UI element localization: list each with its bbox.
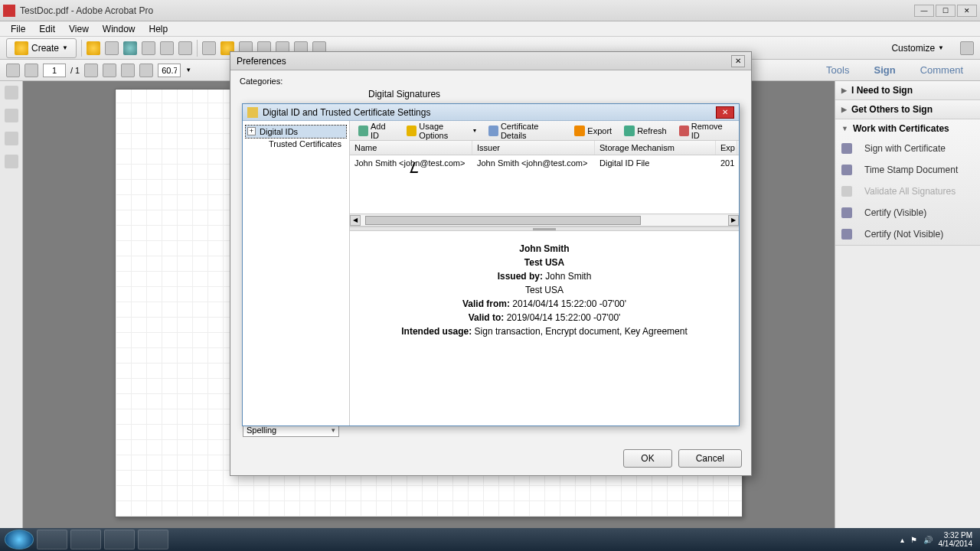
menubar: File Edit View Window Help — [0, 21, 980, 37]
zoom-out-icon[interactable] — [121, 64, 135, 77]
chevron-down-icon[interactable]: ▼ — [185, 67, 191, 73]
select-icon[interactable] — [84, 64, 98, 77]
tree-digital-ids[interactable]: +Digital IDs — [246, 126, 346, 138]
cloud-icon[interactable] — [123, 41, 137, 55]
certificate-toolbar: Add ID Usage Options▾ Certificate Detail… — [350, 121, 739, 141]
tree-trusted-certs[interactable]: Trusted Certificates — [246, 138, 346, 150]
system-tray[interactable]: ▴ ⚑ 🔊 3:32 PM 4/14/2014 — [900, 531, 976, 548]
scroll-thumb[interactable] — [365, 216, 641, 225]
chevron-down-icon: ▼ — [62, 44, 68, 51]
page-input[interactable] — [43, 64, 66, 77]
menu-edit[interactable]: Edit — [33, 22, 61, 36]
intended-usage-label: Intended usage: — [401, 326, 472, 337]
close-button[interactable]: ✕ — [957, 5, 977, 17]
page-down-icon[interactable] — [24, 64, 38, 77]
preferences-close-button[interactable]: ✕ — [731, 55, 745, 67]
zoom-in-icon[interactable] — [139, 64, 153, 77]
chevron-down-icon: ▼ — [938, 44, 944, 51]
clock-icon — [841, 165, 852, 175]
right-panel: ▶I Need to Sign ▶Get Others to Sign ▼Wor… — [835, 81, 980, 528]
export-button[interactable]: Export — [569, 123, 617, 139]
refresh-icon — [624, 126, 635, 136]
table-row[interactable]: John Smith <john@test.com> John Smith <j… — [350, 155, 739, 171]
col-name[interactable]: Name — [350, 141, 472, 155]
menu-file[interactable]: File — [5, 22, 31, 36]
item-timestamp[interactable]: Time Stamp Document — [835, 159, 980, 181]
tab-tools[interactable]: Tools — [815, 60, 860, 80]
col-issuer[interactable]: Issuer — [472, 141, 595, 155]
export-icon — [574, 126, 585, 136]
scroll-right-icon[interactable]: ▶ — [728, 215, 739, 226]
valid-from: 2014/04/14 15:22:00 -07'00' — [512, 298, 626, 309]
create-button[interactable]: Create ▼ — [6, 38, 77, 58]
tray-volume-icon[interactable]: 🔊 — [923, 536, 933, 544]
col-exp[interactable]: Exp — [716, 141, 737, 155]
ribbon-outline-icon — [841, 229, 852, 240]
minimize-button[interactable]: — — [914, 5, 934, 17]
customize-button[interactable]: Customize ▼ — [884, 41, 951, 56]
taskbar: ▴ ⚑ 🔊 3:32 PM 4/14/2014 — [0, 528, 980, 551]
valid-to-label: Valid to: — [469, 312, 505, 323]
thumbnails-icon[interactable] — [5, 86, 18, 99]
item-sign-certificate[interactable]: Sign with Certificate — [835, 138, 980, 159]
ok-button[interactable]: OK — [623, 449, 671, 468]
pen-icon — [841, 143, 852, 154]
expand-icon[interactable]: + — [247, 127, 256, 135]
detail-name: John Smith — [519, 243, 569, 254]
maximize-button[interactable]: ☐ — [936, 5, 956, 17]
customize-label: Customize — [891, 43, 935, 54]
bookmarks-icon[interactable] — [5, 109, 18, 122]
attachments-icon[interactable] — [5, 132, 18, 145]
horizontal-scrollbar[interactable]: ◀ ▶ — [350, 214, 739, 226]
tab-sign[interactable]: Sign — [863, 60, 906, 80]
section-get-others[interactable]: ▶Get Others to Sign — [835, 100, 980, 119]
lock-icon — [247, 107, 258, 118]
gear-icon[interactable] — [202, 41, 216, 55]
detail-org: Test USA — [524, 257, 564, 268]
scroll-left-icon[interactable]: ◀ — [350, 215, 361, 226]
issued-by: John Smith — [545, 271, 591, 282]
cancel-button[interactable]: Cancel — [678, 449, 742, 468]
tray-date: 4/14/2014 — [939, 540, 973, 548]
task-ie[interactable] — [37, 530, 67, 549]
menu-help[interactable]: Help — [143, 22, 175, 36]
mail-icon[interactable] — [178, 41, 192, 55]
intended-usage: Sign transaction, Encrypt document, Key … — [475, 326, 688, 337]
menu-view[interactable]: View — [63, 22, 95, 36]
menu-window[interactable]: Window — [96, 22, 142, 36]
start-button[interactable] — [5, 530, 34, 549]
zoom-input[interactable] — [158, 64, 181, 77]
section-need-to-sign[interactable]: ▶I Need to Sign — [835, 81, 980, 99]
tray-up-icon[interactable]: ▴ — [900, 536, 904, 544]
page-up-icon[interactable] — [6, 64, 20, 77]
task-explorer[interactable] — [70, 530, 101, 549]
add-id-button[interactable]: Add ID — [353, 119, 400, 142]
certificate-details-button[interactable]: Certificate Details — [483, 119, 568, 142]
task-acrobat[interactable] — [104, 530, 135, 549]
page-count: / 1 — [70, 66, 80, 75]
signatures-icon[interactable] — [5, 155, 18, 168]
remove-icon — [679, 126, 689, 136]
certificate-tree: +Digital IDs Trusted Certificates — [243, 121, 350, 425]
save-icon[interactable] — [105, 41, 119, 55]
task-app[interactable] — [138, 530, 168, 549]
print-icon[interactable] — [142, 41, 155, 55]
issued-by-label: Issued by: — [498, 271, 543, 282]
col-storage[interactable]: Storage Mechanism — [595, 141, 716, 155]
tab-comment[interactable]: Comment — [910, 60, 974, 80]
edit-icon[interactable] — [160, 41, 174, 55]
usage-options-button[interactable]: Usage Options▾ — [401, 119, 481, 142]
tray-flag-icon[interactable]: ⚑ — [910, 536, 917, 544]
open-icon[interactable] — [87, 41, 100, 55]
remove-id-button[interactable]: Remove ID — [674, 119, 736, 142]
check-icon — [841, 186, 852, 197]
item-certify-not-visible[interactable]: Certify (Not Visible) — [835, 223, 980, 245]
section-work-certificates[interactable]: ▼Work with Certificates — [835, 119, 980, 138]
expand-icon[interactable] — [960, 41, 974, 55]
valid-from-label: Valid from: — [462, 298, 510, 309]
preferences-titlebar[interactable]: Preferences ✕ — [230, 52, 751, 70]
hand-icon[interactable] — [103, 64, 116, 77]
refresh-button[interactable]: Refresh — [619, 123, 672, 139]
item-certify-visible[interactable]: Certify (Visible) — [835, 202, 980, 223]
certificate-close-button[interactable]: ✕ — [716, 106, 734, 119]
